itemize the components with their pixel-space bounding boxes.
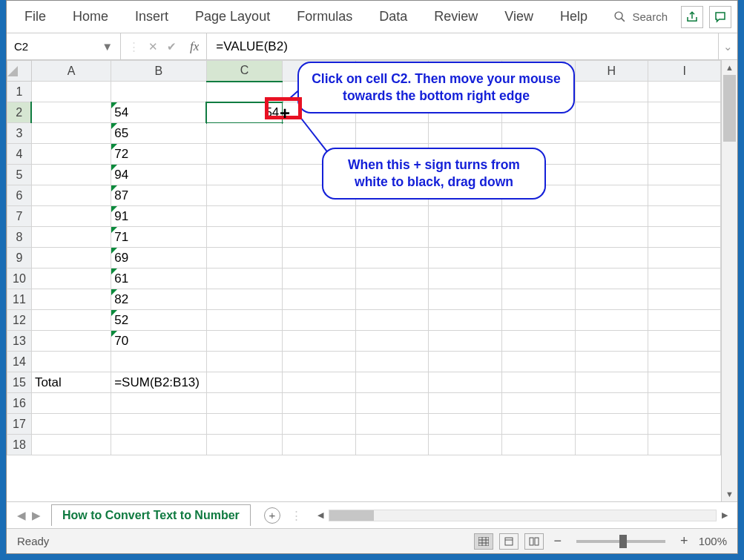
tab-review[interactable]: Review xyxy=(422,4,490,29)
row-header[interactable]: 3 xyxy=(7,123,32,144)
sheet-tab[interactable]: How to Convert Text to Number xyxy=(51,504,251,526)
plus-icon: + xyxy=(269,509,275,521)
new-sheet-button[interactable]: + xyxy=(264,507,280,524)
page-break-icon xyxy=(529,537,539,546)
svg-line-1 xyxy=(622,19,625,22)
tab-insert[interactable]: Insert xyxy=(123,4,180,29)
cell-B11[interactable]: 82 xyxy=(111,289,206,310)
row-header[interactable]: 17 xyxy=(7,414,32,435)
zoom-level[interactable]: 100% xyxy=(699,535,727,547)
scroll-thumb[interactable] xyxy=(329,510,374,521)
cell-B8[interactable]: 71 xyxy=(111,227,206,248)
svg-point-0 xyxy=(616,12,623,19)
name-box-dropdown-icon[interactable]: ▼ xyxy=(102,40,113,53)
row-header[interactable]: 10 xyxy=(7,269,32,289)
zoom-in-button[interactable]: + xyxy=(676,533,693,549)
row-header[interactable]: 11 xyxy=(7,289,32,310)
scroll-up-icon[interactable]: ▲ xyxy=(722,60,737,75)
fx-icon[interactable]: fx xyxy=(190,39,199,54)
tab-next-icon[interactable]: ▶ xyxy=(32,509,41,522)
row-header[interactable]: 14 xyxy=(7,352,32,372)
row-header[interactable]: 1 xyxy=(7,82,32,102)
cell-B12[interactable]: 52 xyxy=(111,310,206,331)
formula-input[interactable]: =VALUE(B2) xyxy=(207,39,718,54)
cell-B9[interactable]: 69 xyxy=(111,248,206,269)
row-header[interactable]: 2 xyxy=(7,102,32,123)
zoom-out-button[interactable]: − xyxy=(550,533,567,549)
callout-instruction-2: When this + sign turns from white to bla… xyxy=(322,148,546,200)
tab-home[interactable]: Home xyxy=(61,4,120,29)
search-icon xyxy=(613,10,626,23)
vertical-scrollbar[interactable]: ▲ ▼ xyxy=(721,60,737,501)
share-icon xyxy=(685,10,699,24)
tab-help[interactable]: Help xyxy=(548,4,599,29)
search-box[interactable]: Search xyxy=(606,10,675,23)
svg-rect-8 xyxy=(505,538,513,545)
horizontal-scrollbar[interactable]: ◀ ▶ xyxy=(312,510,737,521)
cell-B7[interactable]: 91 xyxy=(111,206,206,227)
search-placeholder: Search xyxy=(632,10,668,23)
callout-instruction-1: Click on cell C2. Then move your mouse t… xyxy=(297,62,575,113)
cell-B6[interactable]: 87 xyxy=(111,185,206,206)
cell-B13[interactable]: 70 xyxy=(111,331,206,352)
name-box[interactable]: C2 ▼ xyxy=(7,33,121,59)
col-header-C[interactable]: C xyxy=(206,61,283,82)
view-page-layout-button[interactable] xyxy=(499,533,519,550)
cell-B4[interactable]: 72 xyxy=(111,144,206,165)
svg-rect-3 xyxy=(478,537,489,546)
col-header-H[interactable]: H xyxy=(575,61,648,82)
scroll-down-icon[interactable]: ▼ xyxy=(722,487,737,501)
view-normal-button[interactable] xyxy=(474,533,493,550)
cell-A15[interactable]: Total xyxy=(31,372,111,393)
grid-view-icon xyxy=(478,537,489,546)
error-indicator-icon xyxy=(111,102,117,108)
select-all-corner[interactable] xyxy=(7,61,32,82)
tab-page-layout[interactable]: Page Layout xyxy=(183,4,282,29)
row-header[interactable]: 6 xyxy=(7,185,32,206)
row-header[interactable]: 4 xyxy=(7,144,32,165)
svg-marker-2 xyxy=(7,66,18,76)
tab-data[interactable]: Data xyxy=(367,4,419,29)
svg-rect-10 xyxy=(530,538,533,545)
row-header[interactable]: 18 xyxy=(7,435,32,455)
col-header-A[interactable]: A xyxy=(31,61,111,82)
row-header[interactable]: 8 xyxy=(7,227,32,248)
scroll-thumb[interactable] xyxy=(723,75,736,142)
cell-B10[interactable]: 61 xyxy=(111,269,206,289)
spreadsheet-grid[interactable]: A B C D E F G H I 1 25454 365 472 594 xyxy=(7,60,721,455)
view-page-break-button[interactable] xyxy=(524,533,544,550)
status-ready: Ready xyxy=(17,535,49,547)
tab-view[interactable]: View xyxy=(493,4,545,29)
share-button[interactable] xyxy=(681,6,703,28)
cancel-icon[interactable]: ✕ xyxy=(148,40,158,53)
zoom-thumb[interactable] xyxy=(619,535,627,548)
row-header[interactable]: 15 xyxy=(7,372,32,393)
row-header[interactable]: 5 xyxy=(7,165,32,185)
col-header-I[interactable]: I xyxy=(648,61,721,82)
row-header[interactable]: 13 xyxy=(7,331,32,352)
enter-icon[interactable]: ✔ xyxy=(167,40,177,53)
tab-file[interactable]: File xyxy=(13,4,58,29)
sheet-tab-bar: ◀ ▶ How to Convert Text to Number + ⋮ ◀ … xyxy=(7,501,737,528)
ribbon-tabs: File Home Insert Page Layout Formulas Da… xyxy=(7,1,737,33)
tab-prev-icon[interactable]: ◀ xyxy=(17,509,26,522)
zoom-slider[interactable] xyxy=(576,540,665,543)
row-header[interactable]: 16 xyxy=(7,393,32,414)
scroll-left-icon[interactable]: ◀ xyxy=(312,510,329,520)
cell-B2[interactable]: 54 xyxy=(111,102,206,123)
fill-cursor-icon: + xyxy=(280,103,290,124)
comments-button[interactable] xyxy=(709,6,731,28)
cell-B3[interactable]: 65 xyxy=(111,123,206,144)
status-bar: Ready − + 100% xyxy=(7,528,737,553)
tab-formulas[interactable]: Formulas xyxy=(285,4,364,29)
col-header-B[interactable]: B xyxy=(111,61,206,82)
row-header[interactable]: 12 xyxy=(7,310,32,331)
page-layout-icon xyxy=(504,537,514,546)
formula-bar-expand-icon[interactable]: ⌄ xyxy=(718,33,737,59)
cell-B5[interactable]: 94 xyxy=(111,165,206,185)
comment-icon xyxy=(714,10,727,24)
scroll-right-icon[interactable]: ▶ xyxy=(717,510,733,520)
cell-B15[interactable]: =SUM(B2:B13) xyxy=(111,372,206,393)
row-header[interactable]: 9 xyxy=(7,248,32,269)
row-header[interactable]: 7 xyxy=(7,206,32,227)
